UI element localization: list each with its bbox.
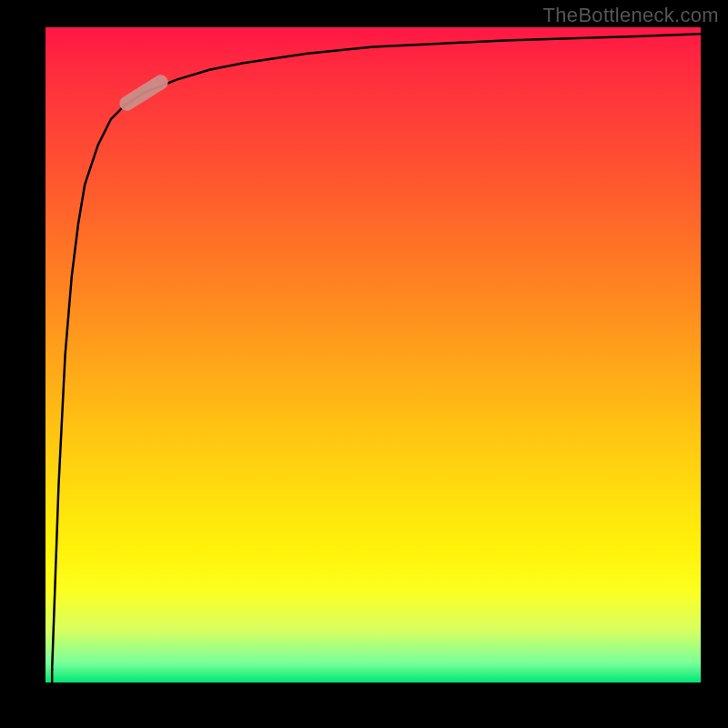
curve-layer: [46, 27, 701, 682]
watermark-text: TheBottleneck.com: [543, 4, 719, 27]
highlight-marker: [116, 72, 170, 113]
svg-rect-0: [116, 72, 170, 113]
response-curve: [52, 34, 701, 669]
chart-frame: TheBottleneck.com: [0, 0, 728, 728]
